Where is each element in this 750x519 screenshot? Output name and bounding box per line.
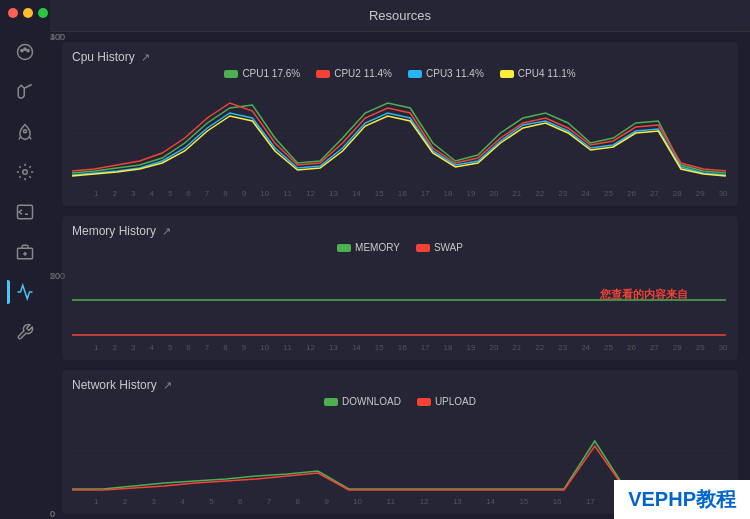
cpu2-color <box>316 70 330 78</box>
cpu-section: Cpu History ↗ CPU1 17.6% CPU2 11.4% CPU3… <box>62 42 738 206</box>
memory-section: Memory History ↗ MEMORY SWAP 3.7 <box>62 216 738 360</box>
memory-x-labels: 1234567891011121314151617181920212223242… <box>72 343 728 352</box>
svg-point-2 <box>24 48 26 50</box>
svg-line-4 <box>24 85 32 89</box>
cpu-title: Cpu History ↗ <box>72 50 728 64</box>
sidebar-item-chart[interactable] <box>7 274 43 310</box>
sidebar-item-package[interactable] <box>7 234 43 270</box>
cpu-x-labels: 1234567891011121314151617181920212223242… <box>72 189 728 198</box>
sidebar-item-gear[interactable] <box>7 154 43 190</box>
cpu4-color <box>500 70 514 78</box>
sidebar-item-palette[interactable] <box>7 34 43 70</box>
svg-point-6 <box>23 170 28 175</box>
content-wrapper: Cpu History ↗ CPU1 17.6% CPU2 11.4% CPU3… <box>50 32 750 519</box>
memory-expand-icon[interactable]: ↗ <box>162 225 171 238</box>
svg-point-3 <box>27 49 29 51</box>
network-expand-icon[interactable]: ↗ <box>163 379 172 392</box>
cpu2-legend: CPU2 11.4% <box>316 68 392 79</box>
cpu-legend: CPU1 17.6% CPU2 11.4% CPU3 11.4% CPU4 11… <box>72 68 728 79</box>
watermark-text: VEPHP教程 <box>628 488 736 510</box>
window-controls <box>0 8 48 18</box>
page-header: Resources <box>50 0 750 32</box>
minimize-button[interactable] <box>23 8 33 18</box>
content-area: Cpu History ↗ CPU1 17.6% CPU2 11.4% CPU3… <box>50 32 750 519</box>
download-legend-item: DOWNLOAD <box>324 396 401 407</box>
memory-chart-container: 3.7 2 0 <box>72 257 728 341</box>
header-title: Resources <box>369 8 431 23</box>
upload-legend-item: UPLOAD <box>417 396 476 407</box>
sidebar-item-rocket[interactable] <box>7 114 43 150</box>
memory-error-text: 您查看的内容来自 <box>600 287 688 302</box>
cpu-chart-container: 100 50 0 <box>72 83 728 187</box>
cpu-chart <box>72 83 728 187</box>
sidebar <box>0 0 50 519</box>
cpu1-color <box>224 70 238 78</box>
sidebar-item-wrench[interactable] <box>7 314 43 350</box>
memory-chart: 您查看的内容来自 <box>72 257 728 341</box>
swap-color <box>416 244 430 252</box>
svg-point-5 <box>24 130 27 133</box>
svg-point-0 <box>18 45 33 60</box>
upload-color <box>417 398 431 406</box>
close-button[interactable] <box>8 8 18 18</box>
swap-legend-item: SWAP <box>416 242 463 253</box>
sidebar-item-brush[interactable] <box>7 74 43 110</box>
download-color <box>324 398 338 406</box>
watermark: VEPHP教程 <box>614 480 750 519</box>
main-content: Resources Cpu History ↗ CPU1 17.6% CPU2 … <box>50 0 750 519</box>
network-title: Network History ↗ <box>72 378 728 392</box>
sidebar-item-terminal[interactable] <box>7 194 43 230</box>
cpu-expand-icon[interactable]: ↗ <box>141 51 150 64</box>
memory-title: Memory History ↗ <box>72 224 728 238</box>
memory-color <box>337 244 351 252</box>
network-legend: DOWNLOAD UPLOAD <box>72 396 728 407</box>
cpu4-legend: CPU4 11.1% <box>500 68 576 79</box>
maximize-button[interactable] <box>38 8 48 18</box>
cpu3-color <box>408 70 422 78</box>
memory-legend: MEMORY SWAP <box>72 242 728 253</box>
svg-point-1 <box>21 49 23 51</box>
cpu3-legend: CPU3 11.4% <box>408 68 484 79</box>
memory-legend-item: MEMORY <box>337 242 400 253</box>
cpu1-legend: CPU1 17.6% <box>224 68 300 79</box>
